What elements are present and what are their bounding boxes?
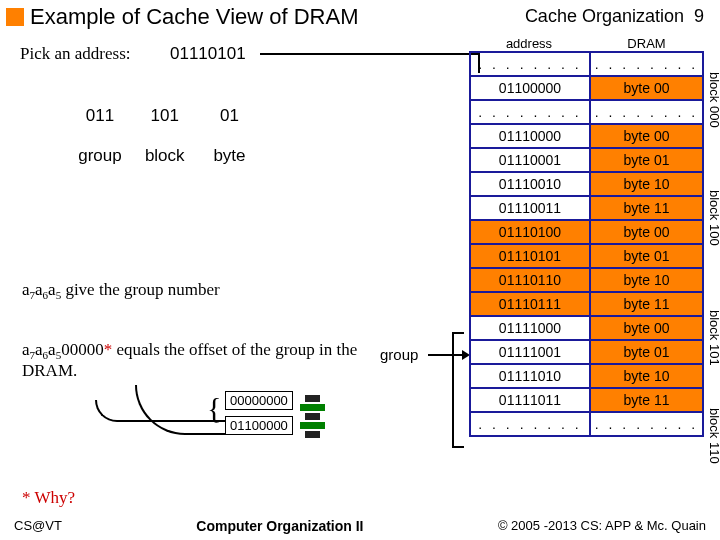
table-row: 01110101byte 01 <box>470 244 703 268</box>
block-label-100: block 100 <box>707 190 720 246</box>
var-b3: a <box>48 340 56 359</box>
accent-box <box>6 8 24 26</box>
cell-address: . . . . . . . . <box>470 412 590 436</box>
cell-byte: . . . . . . . . <box>590 412 703 436</box>
offset-zeros: 00000 <box>61 340 104 359</box>
table-row: 01110001byte 01 <box>470 148 703 172</box>
page-number: 9 <box>694 6 704 26</box>
cell-byte: byte 10 <box>590 364 703 388</box>
col-dram: DRAM <box>589 36 704 51</box>
cell-byte: byte 10 <box>590 268 703 292</box>
cell-address: 01110010 <box>470 172 590 196</box>
offset-example-1: 01100000 <box>225 416 293 435</box>
cell-byte: . . . . . . . . <box>590 52 703 76</box>
address-pointer-line <box>260 53 480 73</box>
pick-label: Pick an address: <box>20 44 130 64</box>
cell-address: 01110011 <box>470 196 590 220</box>
table-row: 01110000byte 00 <box>470 124 703 148</box>
cell-address: 01110000 <box>470 124 590 148</box>
block-label-101: block 101 <box>707 310 720 366</box>
var-b1: a <box>22 340 30 359</box>
cell-address: 01111011 <box>470 388 590 412</box>
cell-address: 01110110 <box>470 268 590 292</box>
header-section: Cache Organization 9 <box>525 6 704 27</box>
cell-byte: byte 01 <box>590 244 703 268</box>
table-row: 01110100byte 00 <box>470 220 703 244</box>
table-row: 01110010byte 10 <box>470 172 703 196</box>
dram-table: address DRAM . . . . . . . .. . . . . . … <box>469 36 704 437</box>
section-label: Cache Organization <box>525 6 684 26</box>
table-row: 01111010byte 10 <box>470 364 703 388</box>
table-row: 01111001byte 01 <box>470 340 703 364</box>
cell-address: 01111000 <box>470 316 590 340</box>
footer-left: CS@VT <box>14 518 62 534</box>
cell-address: 01100000 <box>470 76 590 100</box>
cell-byte: byte 00 <box>590 76 703 100</box>
block-label-000: block 000 <box>707 72 720 128</box>
table-row: . . . . . . . .. . . . . . . . <box>470 412 703 436</box>
cell-address: 01110001 <box>470 148 590 172</box>
block-bits-label: block <box>135 146 195 166</box>
group-pointer: group <box>380 346 418 363</box>
footer-right: © 2005 -2013 CS: APP & Mc. Quain <box>498 518 706 534</box>
explain1-text: give the group number <box>61 280 220 299</box>
offset-example-0: 00000000 <box>225 391 293 410</box>
cell-address: 01110101 <box>470 244 590 268</box>
cell-address: . . . . . . . . <box>470 100 590 124</box>
group-side-label: group <box>380 346 418 363</box>
stack-icon <box>300 395 325 440</box>
cell-address: 01110111 <box>470 292 590 316</box>
byte-bits: 01 <box>199 106 259 126</box>
cell-address: . . . . . . . . <box>470 52 590 76</box>
table-row: 01110011byte 11 <box>470 196 703 220</box>
group-bits-label: group <box>70 146 130 166</box>
explain-group-number: a7a6a5 give the group number <box>22 280 220 301</box>
table-row: 01110110byte 10 <box>470 268 703 292</box>
cell-byte: byte 10 <box>590 172 703 196</box>
var-a3: a <box>48 280 56 299</box>
table-row: 01100000byte 00 <box>470 76 703 100</box>
cell-byte: byte 00 <box>590 124 703 148</box>
cell-byte: byte 00 <box>590 316 703 340</box>
arrow-2 <box>135 385 225 435</box>
why-note: * Why? <box>22 488 75 508</box>
var-a2: a <box>35 280 43 299</box>
cell-address: 01111001 <box>470 340 590 364</box>
var-a1: a <box>22 280 30 299</box>
var-b2: a <box>35 340 43 359</box>
cell-address: 01111010 <box>470 364 590 388</box>
star: * <box>104 340 113 359</box>
cell-byte: byte 01 <box>590 340 703 364</box>
cell-byte: . . . . . . . . <box>590 100 703 124</box>
cell-byte: byte 00 <box>590 220 703 244</box>
table-row: 01111000byte 00 <box>470 316 703 340</box>
explain-offset: a7a6a500000* equals the offset of the gr… <box>22 340 402 381</box>
col-address: address <box>469 36 589 51</box>
block-bits: 101 <box>135 106 195 126</box>
cell-byte: byte 01 <box>590 148 703 172</box>
table-row: 01111011byte 11 <box>470 388 703 412</box>
address-breakdown: 011 101 01 group block byte <box>70 106 259 166</box>
page-title: Example of Cache View of DRAM <box>30 4 359 30</box>
table-row: . . . . . . . .. . . . . . . . <box>470 100 703 124</box>
cell-byte: byte 11 <box>590 292 703 316</box>
cell-byte: byte 11 <box>590 388 703 412</box>
block-label-110: block 110 <box>707 408 720 464</box>
table-row: . . . . . . . .. . . . . . . . <box>470 52 703 76</box>
footer: CS@VT Computer Organization II © 2005 -2… <box>0 518 720 534</box>
cell-byte: byte 11 <box>590 196 703 220</box>
cell-address: 01110100 <box>470 220 590 244</box>
byte-bits-label: byte <box>199 146 259 166</box>
group-bits: 011 <box>70 106 130 126</box>
group-brace-icon <box>452 332 468 448</box>
table-row: 01110111byte 11 <box>470 292 703 316</box>
chosen-address: 01110101 <box>170 44 246 64</box>
footer-mid: Computer Organization II <box>196 518 363 534</box>
